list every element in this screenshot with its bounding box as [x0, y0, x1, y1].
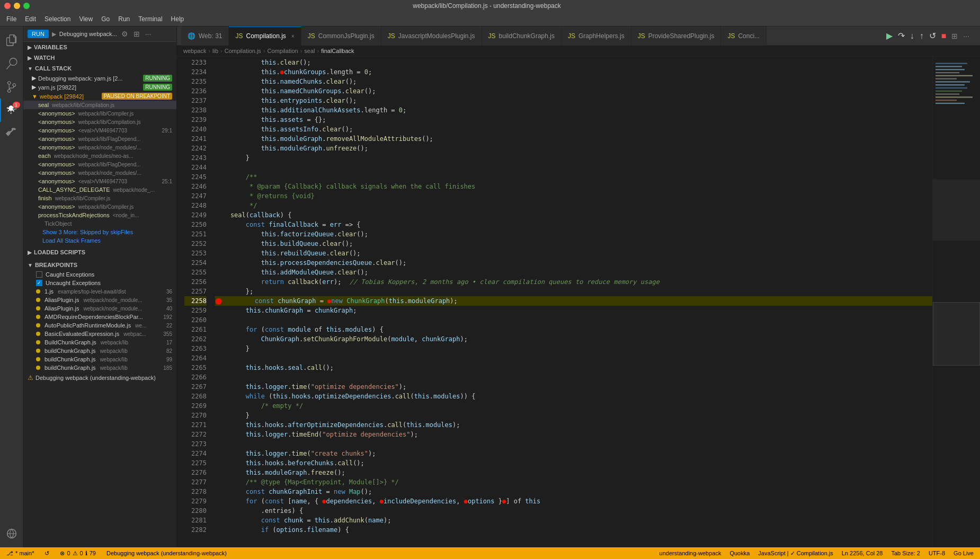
close-btn[interactable]	[4, 3, 11, 9]
bp-item-1[interactable]: AliasPlugin.js webpack/node_module... 35	[23, 296, 176, 304]
window-controls[interactable]	[4, 3, 30, 9]
bp-item-8[interactable]: buildChunkGraph.js webpack/lib 99	[23, 355, 176, 363]
split-editor-btn[interactable]: ⊞	[949, 31, 960, 41]
callstack-item-6[interactable]: each webpack/node_modules/neo-as...	[23, 152, 176, 160]
status-quokka[interactable]: Quokka	[727, 550, 752, 556]
status-encoding[interactable]: UTF-8	[926, 550, 947, 556]
variables-header[interactable]: ▶ VARIABLES	[23, 42, 176, 52]
callstack-item-2[interactable]: <anonymous> webpack/lib/Compilation.js	[23, 118, 176, 126]
breakpoints-header[interactable]: ▼ BREAKPOINTS	[23, 260, 176, 270]
debug-more-btn[interactable]: ···	[144, 29, 153, 39]
debug-stepinto-btn[interactable]: ↓	[908, 30, 916, 42]
callstack-item-4[interactable]: <anonymous> webpack/lib/FlagDepend...	[23, 135, 176, 143]
callstack-item-8[interactable]: <anonymous> webpack/node_modules/...	[23, 168, 176, 177]
status-tabsize[interactable]: Tab Size: 2	[889, 550, 922, 556]
menu-run[interactable]: Run	[114, 13, 134, 25]
uncaught-checkbox[interactable]: ✓	[36, 280, 42, 286]
bp-item-3[interactable]: AMDRequireDependenciesBlockPar... 192	[23, 313, 176, 321]
status-debug-name[interactable]: Debugging webpack (understanding-webpack…	[104, 550, 229, 556]
debug-stop-btn[interactable]: ■	[939, 30, 949, 42]
callstack-group-0[interactable]: ▶ Debugging webpack: yarn.js [2... RUNNI…	[23, 74, 176, 83]
activity-remote[interactable]	[0, 522, 23, 545]
callstack-item-10[interactable]: CALL_ASYNC_DELEGATE webpack/node_...	[23, 185, 176, 194]
tab-commonjs[interactable]: JS CommonJsPlugin.js	[301, 26, 381, 46]
activity-explorer[interactable]	[0, 29, 23, 52]
status-sync[interactable]: ↺	[42, 550, 51, 557]
menu-selection[interactable]: Selection	[40, 13, 75, 25]
load-all-frames-link[interactable]: Load All Stack Frames	[23, 236, 176, 245]
uncaught-exceptions[interactable]: ✓ Uncaught Exceptions	[23, 279, 176, 287]
tab-web[interactable]: 🌐 Web: 31	[181, 26, 229, 46]
status-errors[interactable]: ⊗ 0 ⚠ 0 ℹ 79	[58, 550, 98, 557]
callstack-item-7[interactable]: <anonymous> webpack/lib/FlagDepend...	[23, 160, 176, 168]
menu-file[interactable]: File	[2, 13, 21, 25]
menu-terminal[interactable]: Terminal	[134, 13, 166, 25]
skip-frames-link[interactable]: Show 3 More: Skipped by skipFiles	[23, 228, 176, 236]
status-position[interactable]: Ln 2256, Col 28	[840, 550, 885, 556]
breadcrumb-method[interactable]: seal	[304, 48, 315, 54]
activity-extensions[interactable]	[0, 122, 23, 145]
tab-conci[interactable]: JS Conci...	[721, 26, 767, 46]
run-button[interactable]: RUN	[28, 30, 49, 38]
maximize-btn[interactable]	[23, 3, 30, 9]
bp-item-9[interactable]: buildChunkGraph.js webpack/lib 185	[23, 363, 176, 372]
callstack-header[interactable]: ▼ CALL STACK	[23, 63, 176, 74]
activity-debug[interactable]: 1	[0, 99, 23, 122]
minimize-btn[interactable]	[14, 3, 20, 9]
callstack-item-9[interactable]: <anonymous> <eval>/VM46947703 25:1	[23, 177, 176, 185]
callstack-item-5[interactable]: <anonymous> webpack/node_modules/...	[23, 143, 176, 152]
tab-provideshared[interactable]: JS ProvideSharedPlugin.js	[631, 26, 721, 46]
status-branch2[interactable]: understanding-webpack	[657, 550, 724, 556]
tab-compilation[interactable]: JS Compilation.js ×	[229, 26, 301, 46]
menu-go[interactable]: Go	[97, 13, 114, 25]
callstack-item-12[interactable]: <anonymous> webpack/lib/Compiler.js	[23, 202, 176, 211]
watch-header[interactable]: ▶ WATCH	[23, 52, 176, 63]
bp-item-6[interactable]: BuildChunkGraph.js webpack/lib 17	[23, 338, 176, 347]
callstack-item-3[interactable]: <anonymous> <eval>/VM46947703 29:1	[23, 126, 176, 135]
tab-graphhelpers[interactable]: JS GraphHelpers.js	[562, 26, 631, 46]
debug-controls-row: 🌐 Web: 31 JS Compilation.js × JS CommonJ…	[177, 26, 980, 46]
breadcrumb-file[interactable]: Compilation.js	[225, 48, 261, 54]
debug-continue-btn[interactable]: ▶	[884, 30, 895, 42]
callstack-item-0[interactable]: seal webpack/lib/Compilation.js	[23, 101, 176, 109]
status-git[interactable]: ⎇ * main*	[4, 550, 36, 557]
tab-javascriptmodules[interactable]: JS JavascriptModulesPlugin.js	[381, 26, 482, 46]
menu-help[interactable]: Help	[167, 13, 189, 25]
debug-stepout-btn[interactable]: ↑	[917, 30, 926, 42]
callstack-item-11[interactable]: finish webpack/lib/Compiler.js	[23, 194, 176, 202]
callstack-item-13[interactable]: processTicskAndRejections <node_in...	[23, 211, 176, 219]
callstack-group-1[interactable]: ▶ yarn.js [29822] RUNNING	[23, 83, 176, 92]
debug-restart-btn[interactable]: ↺	[927, 30, 938, 42]
debug-stepover-btn[interactable]: ↷	[896, 30, 907, 42]
minimap-viewport	[933, 302, 980, 366]
bp-item-7[interactable]: buildChunkGraph.js webpack/lib 82	[23, 347, 176, 355]
bp-item-0[interactable]: 1.js examples/top-level-await/dist 36	[23, 287, 176, 296]
status-language[interactable]: JavaScript | ✓ Compilation.js	[756, 550, 835, 557]
status-golive[interactable]: Go Live	[951, 550, 976, 556]
menu-edit[interactable]: Edit	[21, 13, 40, 25]
activity-search[interactable]	[0, 52, 23, 75]
menu-view[interactable]: View	[75, 13, 97, 25]
svg-rect-14	[936, 100, 957, 101]
breadcrumb-lib[interactable]: lib	[212, 48, 218, 54]
tab-buildchunk[interactable]: JS buildChunkGraph.js	[482, 26, 562, 46]
breadcrumb-current[interactable]: finalCallback	[321, 48, 354, 54]
bp-item-4[interactable]: AutoPublicPathRuntimeModule.js we... 22	[23, 321, 176, 330]
breadcrumb-class[interactable]: Compilation	[268, 48, 298, 54]
more-tabs-btn[interactable]: ···	[961, 31, 972, 41]
callstack-item-1[interactable]: <anonymous> webpack/lib/Compiler.js	[23, 109, 176, 118]
callstack-file-0: webpack/lib/Compilation.js	[52, 102, 114, 108]
tab-compilation-close[interactable]: ×	[291, 33, 295, 39]
breadcrumb-webpack[interactable]: webpack	[183, 48, 206, 54]
loaded-scripts-header[interactable]: ▶ LOADED SCRIPTS	[23, 247, 176, 258]
debug-config[interactable]: Debugging webpack...	[59, 31, 117, 37]
callstack-group-2[interactable]: ▼ webpack [29842] PAUSED ON BREAKPOINT	[23, 92, 176, 101]
caught-checkbox[interactable]	[36, 271, 42, 278]
caught-exceptions[interactable]: Caught Exceptions	[23, 270, 176, 279]
debug-split-btn[interactable]: ⊞	[132, 29, 141, 39]
activity-scm[interactable]	[0, 75, 23, 99]
bp-item-5[interactable]: BasicEvaluatedExpression.js webpac... 35…	[23, 330, 176, 338]
code-area[interactable]: this.clear(); this.●chunkGroups.length =…	[211, 57, 932, 547]
debug-settings-btn[interactable]: ⚙	[120, 29, 129, 39]
bp-item-2[interactable]: AliasPlugin.js webpack/node_module... 40	[23, 304, 176, 313]
